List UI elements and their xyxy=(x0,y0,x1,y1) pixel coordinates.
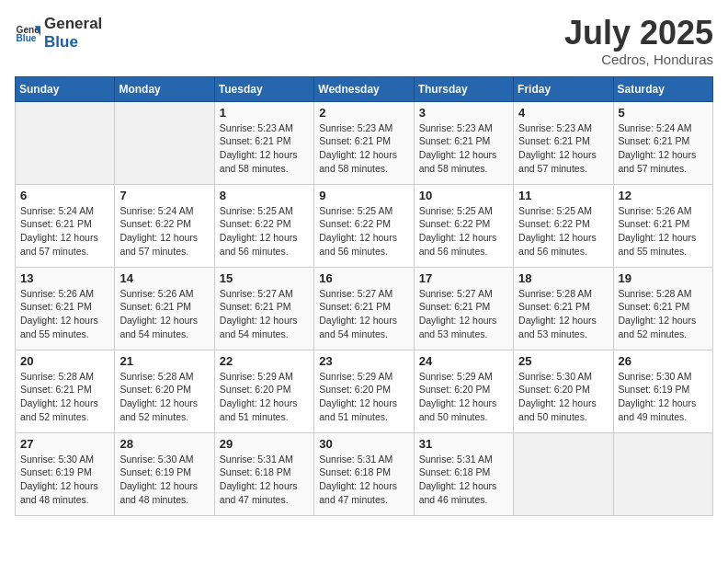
day-number: 19 xyxy=(619,271,708,285)
day-info: Sunrise: 5:26 AMSunset: 6:21 PMDaylight:… xyxy=(20,287,109,341)
calendar-cell xyxy=(514,432,613,515)
calendar-cell: 29Sunrise: 5:31 AMSunset: 6:18 PMDayligh… xyxy=(214,432,313,515)
day-number: 12 xyxy=(619,189,708,202)
day-number: 28 xyxy=(119,437,209,451)
day-number: 15 xyxy=(220,271,309,285)
day-info: Sunrise: 5:26 AMSunset: 6:21 PMDaylight:… xyxy=(119,287,209,341)
calendar-cell: 22Sunrise: 5:29 AMSunset: 6:20 PMDayligh… xyxy=(214,350,313,432)
day-info: Sunrise: 5:25 AMSunset: 6:22 PMDaylight:… xyxy=(319,204,408,259)
calendar-cell: 24Sunrise: 5:29 AMSunset: 6:20 PMDayligh… xyxy=(414,350,513,432)
calendar-cell: 20Sunrise: 5:28 AMSunset: 6:21 PMDayligh… xyxy=(16,350,115,432)
day-number: 17 xyxy=(419,271,508,285)
calendar-cell: 11Sunrise: 5:25 AMSunset: 6:22 PMDayligh… xyxy=(514,184,613,267)
col-header-saturday: Saturday xyxy=(613,76,712,101)
calendar-cell: 2Sunrise: 5:23 AMSunset: 6:21 PMDaylight… xyxy=(314,101,414,184)
col-header-tuesday: Tuesday xyxy=(214,76,313,101)
title-block: July 2025 Cedros, Honduras xyxy=(564,15,713,67)
day-info: Sunrise: 5:30 AMSunset: 6:19 PMDaylight:… xyxy=(119,453,209,507)
day-number: 9 xyxy=(319,189,408,202)
day-info: Sunrise: 5:28 AMSunset: 6:21 PMDaylight:… xyxy=(518,287,608,341)
day-info: Sunrise: 5:23 AMSunset: 6:21 PMDaylight:… xyxy=(319,121,408,176)
col-header-monday: Monday xyxy=(115,76,214,101)
day-number: 3 xyxy=(419,106,508,120)
day-info: Sunrise: 5:24 AMSunset: 6:22 PMDaylight:… xyxy=(119,204,209,259)
calendar-cell: 9Sunrise: 5:25 AMSunset: 6:22 PMDaylight… xyxy=(314,184,414,267)
calendar-cell: 27Sunrise: 5:30 AMSunset: 6:19 PMDayligh… xyxy=(16,432,115,515)
logo-general-text: General xyxy=(44,15,102,32)
calendar-cell: 25Sunrise: 5:30 AMSunset: 6:20 PMDayligh… xyxy=(514,350,613,432)
calendar-table: SundayMondayTuesdayWednesdayThursdayFrid… xyxy=(15,76,713,516)
week-row-4: 20Sunrise: 5:28 AMSunset: 6:21 PMDayligh… xyxy=(16,350,713,432)
week-row-5: 27Sunrise: 5:30 AMSunset: 6:19 PMDayligh… xyxy=(16,432,713,515)
day-number: 5 xyxy=(619,106,708,120)
calendar-cell xyxy=(613,432,712,515)
calendar-cell: 18Sunrise: 5:28 AMSunset: 6:21 PMDayligh… xyxy=(514,267,613,350)
day-info: Sunrise: 5:28 AMSunset: 6:21 PMDaylight:… xyxy=(20,370,109,424)
calendar-cell: 5Sunrise: 5:24 AMSunset: 6:21 PMDaylight… xyxy=(613,101,712,184)
day-info: Sunrise: 5:24 AMSunset: 6:21 PMDaylight:… xyxy=(619,121,708,176)
day-info: Sunrise: 5:28 AMSunset: 6:20 PMDaylight:… xyxy=(119,370,209,424)
day-number: 4 xyxy=(518,106,608,120)
day-info: Sunrise: 5:30 AMSunset: 6:19 PMDaylight:… xyxy=(619,370,708,424)
day-info: Sunrise: 5:25 AMSunset: 6:22 PMDaylight:… xyxy=(419,204,508,259)
day-number: 6 xyxy=(20,189,109,202)
location: Cedros, Honduras xyxy=(564,52,713,67)
day-info: Sunrise: 5:23 AMSunset: 6:21 PMDaylight:… xyxy=(220,121,309,176)
day-number: 23 xyxy=(319,354,408,368)
header: General Blue General Blue July 2025 Cedr… xyxy=(15,15,713,67)
logo: General Blue General Blue xyxy=(15,15,102,52)
day-number: 7 xyxy=(119,189,209,202)
calendar-cell: 12Sunrise: 5:26 AMSunset: 6:21 PMDayligh… xyxy=(613,184,712,267)
day-info: Sunrise: 5:30 AMSunset: 6:19 PMDaylight:… xyxy=(20,453,109,507)
day-number: 24 xyxy=(419,354,508,368)
day-info: Sunrise: 5:25 AMSunset: 6:22 PMDaylight:… xyxy=(220,204,309,259)
day-info: Sunrise: 5:31 AMSunset: 6:18 PMDaylight:… xyxy=(220,453,309,507)
calendar-cell xyxy=(16,101,115,184)
day-info: Sunrise: 5:29 AMSunset: 6:20 PMDaylight:… xyxy=(419,370,508,424)
day-number: 16 xyxy=(319,271,408,285)
week-row-2: 6Sunrise: 5:24 AMSunset: 6:21 PMDaylight… xyxy=(16,184,713,267)
calendar-cell: 4Sunrise: 5:23 AMSunset: 6:21 PMDaylight… xyxy=(514,101,613,184)
col-header-friday: Friday xyxy=(514,76,613,101)
day-info: Sunrise: 5:25 AMSunset: 6:22 PMDaylight:… xyxy=(518,204,608,259)
day-number: 22 xyxy=(220,354,309,368)
day-number: 20 xyxy=(20,354,109,368)
week-row-1: 1Sunrise: 5:23 AMSunset: 6:21 PMDaylight… xyxy=(16,101,713,184)
calendar-header-row: SundayMondayTuesdayWednesdayThursdayFrid… xyxy=(16,76,713,101)
day-info: Sunrise: 5:30 AMSunset: 6:20 PMDaylight:… xyxy=(518,370,608,424)
day-info: Sunrise: 5:31 AMSunset: 6:18 PMDaylight:… xyxy=(419,453,508,507)
calendar-cell: 6Sunrise: 5:24 AMSunset: 6:21 PMDaylight… xyxy=(16,184,115,267)
day-number: 13 xyxy=(20,271,109,285)
calendar-cell: 15Sunrise: 5:27 AMSunset: 6:21 PMDayligh… xyxy=(214,267,313,350)
day-number: 27 xyxy=(20,437,109,451)
week-row-3: 13Sunrise: 5:26 AMSunset: 6:21 PMDayligh… xyxy=(16,267,713,350)
calendar-cell: 17Sunrise: 5:27 AMSunset: 6:21 PMDayligh… xyxy=(414,267,513,350)
calendar-cell: 10Sunrise: 5:25 AMSunset: 6:22 PMDayligh… xyxy=(414,184,513,267)
day-number: 26 xyxy=(619,354,708,368)
day-info: Sunrise: 5:27 AMSunset: 6:21 PMDaylight:… xyxy=(220,287,309,341)
logo-icon: General Blue xyxy=(15,20,40,46)
calendar-cell: 3Sunrise: 5:23 AMSunset: 6:21 PMDaylight… xyxy=(414,101,513,184)
day-number: 1 xyxy=(220,106,309,120)
day-info: Sunrise: 5:27 AMSunset: 6:21 PMDaylight:… xyxy=(319,287,408,341)
col-header-wednesday: Wednesday xyxy=(314,76,414,101)
calendar-cell: 16Sunrise: 5:27 AMSunset: 6:21 PMDayligh… xyxy=(314,267,414,350)
day-number: 30 xyxy=(319,437,408,451)
day-info: Sunrise: 5:29 AMSunset: 6:20 PMDaylight:… xyxy=(220,370,309,424)
col-header-thursday: Thursday xyxy=(414,76,513,101)
svg-text:Blue: Blue xyxy=(17,33,37,43)
logo-blue-text: Blue xyxy=(44,33,78,51)
day-number: 8 xyxy=(220,189,309,202)
day-info: Sunrise: 5:26 AMSunset: 6:21 PMDaylight:… xyxy=(619,204,708,259)
day-number: 2 xyxy=(319,106,408,120)
day-info: Sunrise: 5:29 AMSunset: 6:20 PMDaylight:… xyxy=(319,370,408,424)
col-header-sunday: Sunday xyxy=(16,76,115,101)
day-number: 21 xyxy=(119,354,209,368)
calendar-cell: 13Sunrise: 5:26 AMSunset: 6:21 PMDayligh… xyxy=(16,267,115,350)
calendar-cell: 1Sunrise: 5:23 AMSunset: 6:21 PMDaylight… xyxy=(214,101,313,184)
day-info: Sunrise: 5:23 AMSunset: 6:21 PMDaylight:… xyxy=(518,121,608,176)
day-number: 14 xyxy=(119,271,209,285)
day-number: 29 xyxy=(220,437,309,451)
day-number: 11 xyxy=(518,189,608,202)
day-info: Sunrise: 5:28 AMSunset: 6:21 PMDaylight:… xyxy=(619,287,708,341)
